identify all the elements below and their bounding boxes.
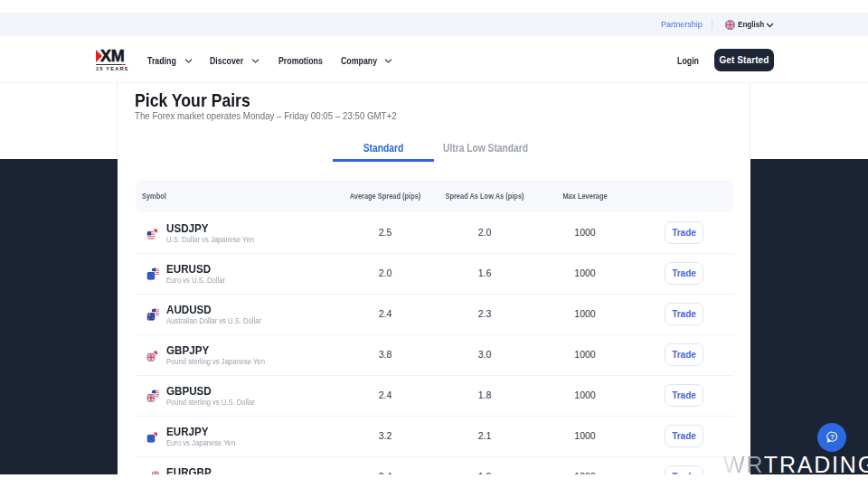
- svg-text:?: ?: [830, 433, 835, 441]
